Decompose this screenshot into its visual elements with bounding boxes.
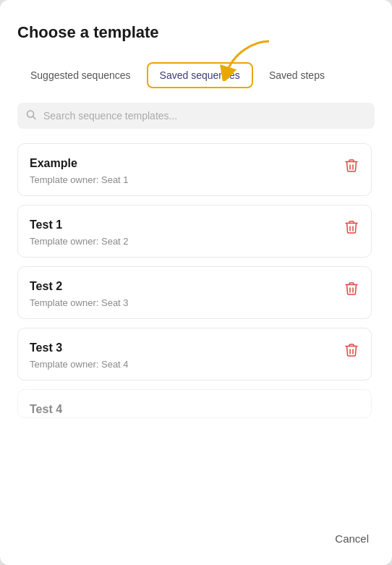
modal-title: Choose a template (17, 23, 375, 42)
tab-suggested-sequences[interactable]: Suggested sequences (17, 62, 144, 88)
template-item[interactable]: Test 2 Template owner: Seat 3 (17, 266, 372, 319)
tab-saved-steps[interactable]: Saved steps (256, 62, 338, 88)
delete-template-button[interactable] (344, 280, 359, 300)
search-container (17, 103, 375, 129)
tab-saved-sequences[interactable]: Saved sequences (147, 62, 253, 88)
delete-template-button[interactable] (344, 157, 359, 177)
template-item[interactable]: Test 1 Template owner: Seat 2 (17, 205, 372, 258)
template-item[interactable]: Example Template owner: Seat 1 (17, 143, 372, 196)
template-item[interactable]: Test 3 Template owner: Seat 4 (17, 328, 372, 381)
delete-template-button[interactable] (344, 218, 359, 238)
cancel-button[interactable]: Cancel (329, 530, 375, 548)
template-list-container: Example Template owner: Seat 1 Test 1 Te… (17, 143, 375, 515)
modal-footer: Cancel (17, 530, 375, 548)
template-list-scroll[interactable]: Example Template owner: Seat 1 Test 1 Te… (17, 143, 375, 490)
delete-template-button[interactable] (344, 341, 359, 361)
tabs-row: Suggested sequences Saved sequences Save… (17, 62, 375, 88)
search-input[interactable] (17, 103, 375, 129)
template-item[interactable]: Test 4 (17, 389, 372, 418)
choose-template-modal: Choose a template Suggested sequences Sa… (0, 0, 392, 565)
